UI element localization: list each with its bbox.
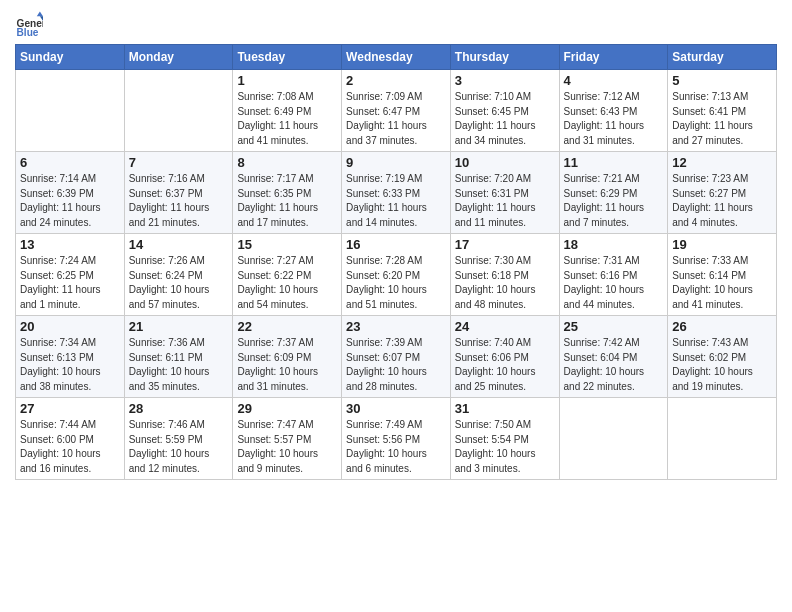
- calendar-cell: [16, 70, 125, 152]
- calendar-cell: 30Sunrise: 7:49 AM Sunset: 5:56 PM Dayli…: [342, 398, 451, 480]
- cell-info: Sunrise: 7:08 AM Sunset: 6:49 PM Dayligh…: [237, 90, 337, 148]
- cell-info: Sunrise: 7:34 AM Sunset: 6:13 PM Dayligh…: [20, 336, 120, 394]
- cell-info: Sunrise: 7:20 AM Sunset: 6:31 PM Dayligh…: [455, 172, 555, 230]
- cell-info: Sunrise: 7:24 AM Sunset: 6:25 PM Dayligh…: [20, 254, 120, 312]
- calendar-cell: 31Sunrise: 7:50 AM Sunset: 5:54 PM Dayli…: [450, 398, 559, 480]
- day-number: 14: [129, 237, 229, 252]
- cell-info: Sunrise: 7:42 AM Sunset: 6:04 PM Dayligh…: [564, 336, 664, 394]
- calendar-cell: 8Sunrise: 7:17 AM Sunset: 6:35 PM Daylig…: [233, 152, 342, 234]
- calendar-cell: 22Sunrise: 7:37 AM Sunset: 6:09 PM Dayli…: [233, 316, 342, 398]
- cell-info: Sunrise: 7:10 AM Sunset: 6:45 PM Dayligh…: [455, 90, 555, 148]
- calendar-cell: 29Sunrise: 7:47 AM Sunset: 5:57 PM Dayli…: [233, 398, 342, 480]
- cell-info: Sunrise: 7:28 AM Sunset: 6:20 PM Dayligh…: [346, 254, 446, 312]
- day-header-tuesday: Tuesday: [233, 45, 342, 70]
- cell-info: Sunrise: 7:17 AM Sunset: 6:35 PM Dayligh…: [237, 172, 337, 230]
- calendar-cell: 9Sunrise: 7:19 AM Sunset: 6:33 PM Daylig…: [342, 152, 451, 234]
- day-number: 27: [20, 401, 120, 416]
- calendar-cell: 23Sunrise: 7:39 AM Sunset: 6:07 PM Dayli…: [342, 316, 451, 398]
- cell-info: Sunrise: 7:49 AM Sunset: 5:56 PM Dayligh…: [346, 418, 446, 476]
- calendar-cell: 2Sunrise: 7:09 AM Sunset: 6:47 PM Daylig…: [342, 70, 451, 152]
- calendar-cell: 3Sunrise: 7:10 AM Sunset: 6:45 PM Daylig…: [450, 70, 559, 152]
- calendar-week-row: 6Sunrise: 7:14 AM Sunset: 6:39 PM Daylig…: [16, 152, 777, 234]
- cell-info: Sunrise: 7:31 AM Sunset: 6:16 PM Dayligh…: [564, 254, 664, 312]
- calendar-cell: 27Sunrise: 7:44 AM Sunset: 6:00 PM Dayli…: [16, 398, 125, 480]
- cell-info: Sunrise: 7:21 AM Sunset: 6:29 PM Dayligh…: [564, 172, 664, 230]
- calendar-cell: 12Sunrise: 7:23 AM Sunset: 6:27 PM Dayli…: [668, 152, 777, 234]
- cell-info: Sunrise: 7:33 AM Sunset: 6:14 PM Dayligh…: [672, 254, 772, 312]
- calendar-cell: 6Sunrise: 7:14 AM Sunset: 6:39 PM Daylig…: [16, 152, 125, 234]
- calendar-cell: 25Sunrise: 7:42 AM Sunset: 6:04 PM Dayli…: [559, 316, 668, 398]
- day-number: 13: [20, 237, 120, 252]
- cell-info: Sunrise: 7:23 AM Sunset: 6:27 PM Dayligh…: [672, 172, 772, 230]
- day-number: 16: [346, 237, 446, 252]
- day-number: 31: [455, 401, 555, 416]
- calendar-cell: 11Sunrise: 7:21 AM Sunset: 6:29 PM Dayli…: [559, 152, 668, 234]
- day-number: 25: [564, 319, 664, 334]
- cell-info: Sunrise: 7:13 AM Sunset: 6:41 PM Dayligh…: [672, 90, 772, 148]
- cell-info: Sunrise: 7:30 AM Sunset: 6:18 PM Dayligh…: [455, 254, 555, 312]
- cell-info: Sunrise: 7:27 AM Sunset: 6:22 PM Dayligh…: [237, 254, 337, 312]
- day-header-monday: Monday: [124, 45, 233, 70]
- calendar-cell: 17Sunrise: 7:30 AM Sunset: 6:18 PM Dayli…: [450, 234, 559, 316]
- calendar-cell: 28Sunrise: 7:46 AM Sunset: 5:59 PM Dayli…: [124, 398, 233, 480]
- day-number: 18: [564, 237, 664, 252]
- day-header-saturday: Saturday: [668, 45, 777, 70]
- day-number: 11: [564, 155, 664, 170]
- calendar-cell: 20Sunrise: 7:34 AM Sunset: 6:13 PM Dayli…: [16, 316, 125, 398]
- logo-icon: General Blue: [15, 10, 43, 38]
- page-header: General Blue: [15, 10, 777, 38]
- day-number: 7: [129, 155, 229, 170]
- day-number: 5: [672, 73, 772, 88]
- calendar-cell: 19Sunrise: 7:33 AM Sunset: 6:14 PM Dayli…: [668, 234, 777, 316]
- calendar-cell: 13Sunrise: 7:24 AM Sunset: 6:25 PM Dayli…: [16, 234, 125, 316]
- calendar-cell: 10Sunrise: 7:20 AM Sunset: 6:31 PM Dayli…: [450, 152, 559, 234]
- day-number: 15: [237, 237, 337, 252]
- calendar-cell: 21Sunrise: 7:36 AM Sunset: 6:11 PM Dayli…: [124, 316, 233, 398]
- day-number: 6: [20, 155, 120, 170]
- day-number: 4: [564, 73, 664, 88]
- calendar-cell: 18Sunrise: 7:31 AM Sunset: 6:16 PM Dayli…: [559, 234, 668, 316]
- cell-info: Sunrise: 7:16 AM Sunset: 6:37 PM Dayligh…: [129, 172, 229, 230]
- day-number: 23: [346, 319, 446, 334]
- cell-info: Sunrise: 7:37 AM Sunset: 6:09 PM Dayligh…: [237, 336, 337, 394]
- calendar-cell: 26Sunrise: 7:43 AM Sunset: 6:02 PM Dayli…: [668, 316, 777, 398]
- day-number: 22: [237, 319, 337, 334]
- day-number: 1: [237, 73, 337, 88]
- cell-info: Sunrise: 7:14 AM Sunset: 6:39 PM Dayligh…: [20, 172, 120, 230]
- cell-info: Sunrise: 7:50 AM Sunset: 5:54 PM Dayligh…: [455, 418, 555, 476]
- calendar-table: SundayMondayTuesdayWednesdayThursdayFrid…: [15, 44, 777, 480]
- cell-info: Sunrise: 7:43 AM Sunset: 6:02 PM Dayligh…: [672, 336, 772, 394]
- cell-info: Sunrise: 7:39 AM Sunset: 6:07 PM Dayligh…: [346, 336, 446, 394]
- cell-info: Sunrise: 7:26 AM Sunset: 6:24 PM Dayligh…: [129, 254, 229, 312]
- calendar-header-row: SundayMondayTuesdayWednesdayThursdayFrid…: [16, 45, 777, 70]
- calendar-cell: 4Sunrise: 7:12 AM Sunset: 6:43 PM Daylig…: [559, 70, 668, 152]
- day-number: 29: [237, 401, 337, 416]
- calendar-cell: 15Sunrise: 7:27 AM Sunset: 6:22 PM Dayli…: [233, 234, 342, 316]
- cell-info: Sunrise: 7:09 AM Sunset: 6:47 PM Dayligh…: [346, 90, 446, 148]
- day-header-thursday: Thursday: [450, 45, 559, 70]
- day-number: 8: [237, 155, 337, 170]
- calendar-cell: 16Sunrise: 7:28 AM Sunset: 6:20 PM Dayli…: [342, 234, 451, 316]
- day-number: 17: [455, 237, 555, 252]
- cell-info: Sunrise: 7:36 AM Sunset: 6:11 PM Dayligh…: [129, 336, 229, 394]
- day-number: 2: [346, 73, 446, 88]
- calendar-week-row: 13Sunrise: 7:24 AM Sunset: 6:25 PM Dayli…: [16, 234, 777, 316]
- calendar-cell: 24Sunrise: 7:40 AM Sunset: 6:06 PM Dayli…: [450, 316, 559, 398]
- day-number: 21: [129, 319, 229, 334]
- calendar-week-row: 1Sunrise: 7:08 AM Sunset: 6:49 PM Daylig…: [16, 70, 777, 152]
- cell-info: Sunrise: 7:44 AM Sunset: 6:00 PM Dayligh…: [20, 418, 120, 476]
- day-number: 26: [672, 319, 772, 334]
- logo: General Blue: [15, 10, 47, 38]
- day-number: 24: [455, 319, 555, 334]
- day-number: 3: [455, 73, 555, 88]
- day-header-sunday: Sunday: [16, 45, 125, 70]
- calendar-cell: 14Sunrise: 7:26 AM Sunset: 6:24 PM Dayli…: [124, 234, 233, 316]
- calendar-cell: [124, 70, 233, 152]
- calendar-cell: 1Sunrise: 7:08 AM Sunset: 6:49 PM Daylig…: [233, 70, 342, 152]
- day-number: 19: [672, 237, 772, 252]
- cell-info: Sunrise: 7:19 AM Sunset: 6:33 PM Dayligh…: [346, 172, 446, 230]
- cell-info: Sunrise: 7:40 AM Sunset: 6:06 PM Dayligh…: [455, 336, 555, 394]
- calendar-cell: [668, 398, 777, 480]
- calendar-cell: 7Sunrise: 7:16 AM Sunset: 6:37 PM Daylig…: [124, 152, 233, 234]
- day-number: 28: [129, 401, 229, 416]
